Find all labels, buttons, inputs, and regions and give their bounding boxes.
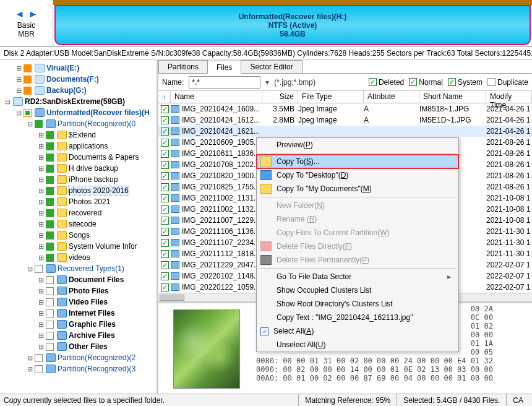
menu-delete-perm: Delete Files Permanently(P) <box>257 253 458 267</box>
volume-fs: NTFS (Active) <box>268 21 317 30</box>
filter-system[interactable]: ✓System <box>448 78 483 87</box>
menu-unselect-all[interactable]: Unselect All(U) <box>257 338 458 352</box>
tree-item[interactable]: ⊞System Volume Infor <box>0 241 157 252</box>
tree-item[interactable]: ⊞H drive backup <box>0 163 157 174</box>
menu-copy-current: Copy Files To Current Partition(W) <box>257 226 458 240</box>
tree-item[interactable]: ⊞Photo Files <box>0 285 157 296</box>
menu-select-all[interactable]: ✓Select All(A) <box>257 324 458 338</box>
tree-item[interactable]: ⊞recovered <box>0 207 157 218</box>
filter-ext: (*.jpg;*.bmp) <box>274 78 315 87</box>
file-header[interactable]: ↑ Name Size File Type Attribute Short Na… <box>158 91 532 103</box>
tree-item[interactable]: ⊞Document Files <box>0 274 157 285</box>
menu-preview[interactable]: Preview(P) <box>257 138 458 152</box>
tab-partitions[interactable]: Partitions <box>158 60 208 73</box>
status-match: Matching Reference: 95% <box>298 394 397 406</box>
menu-copy-desktop[interactable]: Copy To "Desktop"(D) <box>257 168 458 182</box>
volume-bar[interactable]: Unformatted(Recover files)(H:) NTFS (Act… <box>53 0 532 46</box>
menu-new-folder: New Folder(N) <box>257 199 458 212</box>
preview-pane <box>158 303 255 395</box>
tree-item[interactable]: ⊟Recovered Types(1) <box>0 263 157 274</box>
tree-item[interactable]: ⊞Video Files <box>0 296 157 308</box>
nav-fwd-icon[interactable]: ► <box>28 9 38 20</box>
nav-label: Basic MBR <box>17 21 35 38</box>
menu-show-root[interactable]: Show Root Directory's Clusters List <box>257 297 458 311</box>
tree-item[interactable]: ⊞Documents(F:) <box>0 74 157 85</box>
context-menu: Preview(P) Copy To(S)... Copy To "Deskto… <box>256 137 459 352</box>
menu-copy-text[interactable]: Copy Text : "IMG_20210424_162113.jpg" <box>257 311 458 324</box>
folder-tree[interactable]: ⊞Virual(E:)⊞Documents(F:)⊞Backup(G:)⊟RD2… <box>0 60 158 395</box>
tree-item[interactable]: ⊞Graphic Files <box>0 319 157 330</box>
filter-name-label: Name: <box>162 78 184 87</box>
tree-item[interactable]: ⊞$Extend <box>0 129 157 140</box>
tab-files[interactable]: Files <box>207 61 241 74</box>
file-row[interactable]: ✓IMG_20210424_1621...2021-04-26 1 <box>158 126 532 137</box>
tree-item[interactable]: ⊞Backup(G:) <box>0 85 157 96</box>
tree-item[interactable]: ⊞Documents & Papers <box>0 152 157 163</box>
volume-size: 58.4GB <box>280 30 305 38</box>
status-cap: CA <box>506 394 530 406</box>
menu-show-occupied[interactable]: Show Occupied Clusters List <box>257 283 458 297</box>
file-row[interactable]: ✓IMG_20210424_1609...3.5MBJpeg ImageAIM8… <box>158 103 532 114</box>
tree-item[interactable]: ⊟Unformatted(Recover files)(H <box>0 107 157 118</box>
file-row[interactable]: ✓IMG_20210424_1612...2.8MBJpeg ImageAIM5… <box>158 114 532 126</box>
nav-box: ◄ ► Basic MBR <box>0 0 53 46</box>
status-bar: Copy currently selected files to a speci… <box>0 394 532 406</box>
tree-item[interactable]: ⊞Partition(Recognized)(2 <box>0 352 157 363</box>
tree-item[interactable]: ⊞Other Files <box>0 341 157 352</box>
volume-title: Unformatted(Recover files)(H:) <box>239 12 347 21</box>
tree-item[interactable]: ⊞Partition(Recognized)(3 <box>0 363 157 374</box>
tree-item[interactable]: ⊞Internet Files <box>0 308 157 319</box>
filter-duplicate[interactable]: ✓Duplicate <box>487 78 528 87</box>
disk-info: Disk 2 Adapter:USB Model:SanDiskExtreme … <box>0 47 532 60</box>
menu-goto-sector[interactable]: Go To File Data Sector▸ <box>257 270 458 283</box>
tree-item[interactable]: ⊞Photos 2021 <box>0 196 157 207</box>
tree-item[interactable]: ⊞Songs <box>0 230 157 241</box>
preview-thumbnail[interactable] <box>173 309 240 389</box>
menu-rename: Rename (R) <box>257 212 458 226</box>
status-hint: Copy currently selected files to a speci… <box>2 394 298 406</box>
menu-copy-mydocs[interactable]: Copy To "My Documents"(M) <box>257 182 458 196</box>
status-selected: Selected: 5.4GB / 8430 Files. <box>397 394 506 406</box>
tree-item[interactable]: ⊞videos <box>0 252 157 263</box>
tree-item[interactable]: ⊞Archive Files <box>0 330 157 341</box>
menu-copy-to[interactable]: Copy To(S)... <box>257 155 458 168</box>
tree-item[interactable]: ⊟RD2:SanDiskExtreme(58GB) <box>0 96 157 107</box>
tree-item[interactable]: ⊞iPhone backup <box>0 174 157 185</box>
tree-item[interactable]: ⊞applications <box>0 140 157 152</box>
filter-deleted[interactable]: ✓Deleted <box>369 78 404 87</box>
tab-sector-editor[interactable]: Sector Editor <box>241 60 302 73</box>
nav-back-icon[interactable]: ◄ <box>15 9 25 20</box>
filter-pattern-input[interactable] <box>189 76 260 89</box>
tree-item[interactable]: ⊟Partition(Recognized)(0 <box>0 118 157 129</box>
menu-delete-direct: Delete Files Directly(F) <box>257 240 458 253</box>
filter-normal[interactable]: ✓Normal <box>409 78 443 87</box>
tree-item[interactable]: ⊞photos 2020-2016 <box>0 185 157 196</box>
tree-item[interactable]: ⊞Virual(E:) <box>0 63 157 74</box>
tree-item[interactable]: ⊞sitecode <box>0 218 157 230</box>
